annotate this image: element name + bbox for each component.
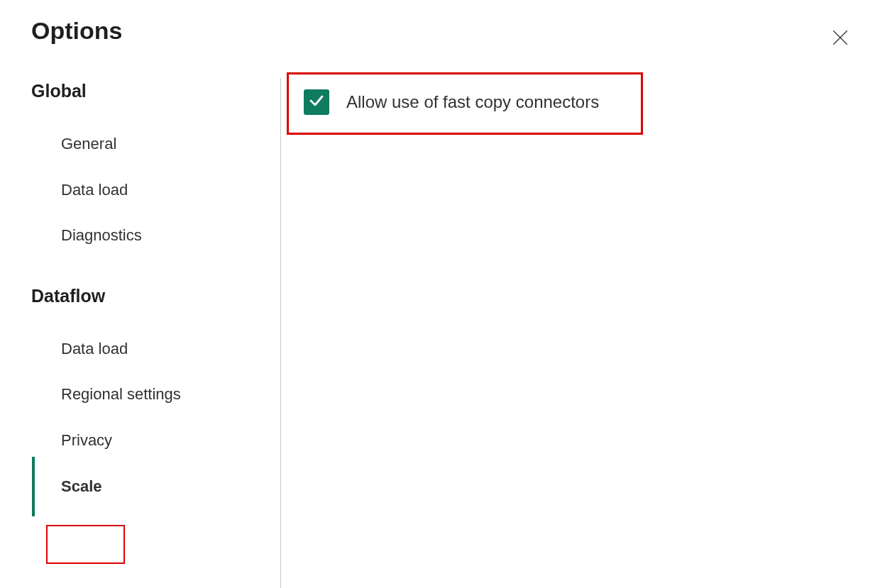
nav-item-regional-settings[interactable]: Regional settings: [31, 372, 280, 418]
nav-item-diagnostics[interactable]: Diagnostics: [31, 213, 280, 259]
section-header-dataflow: Dataflow: [31, 286, 280, 306]
nav-item-privacy[interactable]: Privacy: [31, 418, 280, 464]
annotation-highlight-scale: [46, 525, 125, 564]
dialog-title: Options: [31, 17, 122, 45]
nav-item-scale[interactable]: Scale: [31, 464, 280, 510]
checkbox-box: [304, 89, 329, 115]
options-content-scale: Allow use of fast copy connectors: [304, 89, 599, 115]
nav-item-general[interactable]: General: [31, 121, 280, 167]
close-icon: [831, 28, 849, 49]
sidebar-divider: [280, 78, 281, 588]
close-button[interactable]: [827, 26, 853, 51]
nav-item-global-dataload[interactable]: Data load: [31, 167, 280, 213]
options-sidebar: Global General Data load Diagnostics Dat…: [31, 81, 280, 509]
checkbox-fastcopy-label: Allow use of fast copy connectors: [346, 92, 599, 112]
nav-item-dataflow-dataload[interactable]: Data load: [31, 326, 280, 372]
checkmark-icon: [308, 92, 325, 112]
section-header-global: Global: [31, 81, 280, 101]
checkbox-fastcopy[interactable]: Allow use of fast copy connectors: [304, 89, 599, 115]
